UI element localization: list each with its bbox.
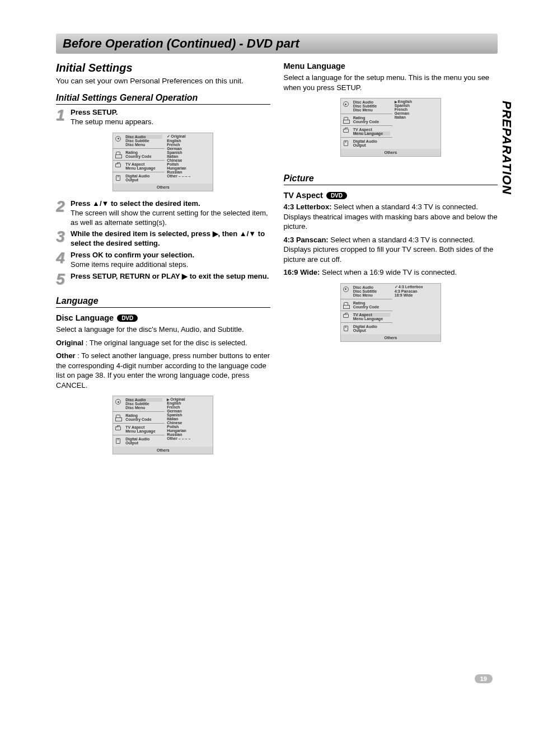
title-bar-text: Before Operation (Continued) - DVD part [63, 36, 491, 51]
step-2-title: Press ▲/▼ to select the desired item. [71, 199, 200, 208]
content-columns: Initial Settings You can set your own Pe… [56, 62, 498, 462]
menu-item-label: Country Code [125, 417, 162, 421]
menu-value: Italian [395, 115, 438, 119]
disc-language-text: Select a language for the disc's Menu, A… [56, 325, 270, 335]
disc-language-title: Disc Language [56, 313, 114, 322]
menu-item-label: Rating [125, 414, 162, 417]
left-column: Initial Settings You can set your own Pe… [56, 62, 270, 462]
other-desc: : To select another language, press numb… [56, 351, 270, 389]
tv-icon [343, 314, 349, 318]
menu-item-label: Menu Language [353, 317, 390, 321]
menu-language-title: Menu Language [284, 62, 345, 71]
menu-item-label: Disc Subtitle [125, 139, 162, 143]
step-number: 1 [56, 108, 67, 122]
menu-language-topic: Menu Language [284, 62, 498, 71]
menu-item-label: Disc Subtitle [125, 402, 162, 406]
menu-item-label: Digital Audio Output [353, 325, 390, 332]
aud-icon [344, 140, 348, 146]
menu-value: Original [167, 397, 210, 401]
menu-item-label: Digital Audio Output [125, 174, 162, 182]
menu-item-label: Rating [353, 301, 390, 305]
lock-icon [116, 152, 120, 154]
menu-value: Other – – – – [167, 174, 210, 178]
original-label: Original [56, 339, 83, 347]
menu-item-label: Disc Audio [353, 285, 390, 289]
menu-item-label: Rating [125, 151, 162, 154]
menu-others: Others [341, 334, 441, 341]
menu-value: English [167, 139, 210, 143]
tv-aspect-panscan-label: 4:3 Panscan: [284, 236, 329, 244]
disc-language-original: Original : The original language set for… [56, 338, 270, 348]
menu-language-text: Select a language for the setup menu. Th… [284, 73, 498, 92]
menu-value: Polish [167, 162, 210, 166]
step-4: 4 Press OK to confirm your selection. So… [56, 251, 270, 270]
other-label: Other [56, 351, 76, 360]
tv-aspect-wide-label: 16:9 Wide: [284, 268, 320, 276]
menu-value: Hungarian [167, 166, 210, 170]
tv-aspect-title: TV Aspect [284, 191, 323, 200]
initial-settings-intro: You can set your own Personal Preference… [56, 77, 270, 85]
menu-box-tv-aspect: Disc AudioDisc SubtitleDisc MenuRatingCo… [340, 283, 441, 342]
original-desc: : The original language set for the disc… [83, 339, 247, 347]
language-heading: Language [56, 296, 270, 308]
menu-value: Italian [167, 154, 210, 158]
menu-item-label: Disc Audio [125, 135, 162, 139]
menu-value: English [167, 401, 210, 405]
step-2-desc: The screen will show the current setting… [71, 209, 268, 227]
disc-language-topic: Disc Language DVD [56, 313, 270, 322]
menu-box-setup: Disc AudioDisc SubtitleDisc MenuRatingCo… [113, 133, 213, 191]
menu-item-label: Disc Audio [125, 398, 162, 402]
step-3: 3 While the desired item is selected, pr… [56, 229, 270, 248]
menu-item-label: Country Code [353, 305, 390, 309]
menu-item-label: Rating [353, 116, 390, 120]
general-operation-heading: Initial Settings General Operation [56, 93, 270, 105]
menu-box-disc-language: Disc AudioDisc SubtitleDisc MenuRatingCo… [113, 396, 213, 454]
menu-others: Others [113, 184, 213, 191]
menu-item-label: Disc Audio [353, 100, 390, 104]
dvd-badge: DVD [117, 314, 138, 322]
step-number: 3 [56, 229, 67, 243]
menu-value: Spanish [167, 151, 210, 154]
step-4-desc: Some items require additional steps. [71, 260, 188, 269]
step-4-title: Press OK to confirm your selection. [71, 251, 194, 259]
menu-item-label: Disc Subtitle [353, 289, 390, 293]
picture-heading: Picture [284, 173, 498, 185]
menu-item-label: Menu Language [125, 166, 162, 170]
dvd-badge: DVD [326, 192, 347, 199]
step-1-desc: The setup menu appears. [71, 118, 153, 126]
menu-item-label: TV Aspect [353, 128, 390, 132]
menu-item-label: Digital Audio Output [125, 437, 162, 445]
title-bar: Before Operation (Continued) - DVD part [56, 34, 498, 54]
menu-item-label: Menu Language [125, 429, 162, 433]
menu-value: Russian [167, 433, 210, 436]
menu-item-label: TV Aspect [125, 162, 162, 166]
menu-value: 4:3 Panscan [395, 289, 438, 293]
menu-value: Chinese [167, 421, 210, 425]
aud-icon [116, 175, 120, 181]
tv-aspect-panscan: 4:3 Panscan: Select when a standard 4:3 … [284, 235, 498, 265]
menu-value: Original [167, 134, 210, 139]
step-number: 2 [56, 199, 67, 213]
menu-value: Polish [167, 425, 210, 429]
side-tab-preparation: PREPARATION [499, 101, 514, 195]
tv-aspect-letterbox: 4:3 Letterbox: Select when a standard 4:… [284, 202, 498, 232]
menu-item-label: Country Code [353, 120, 390, 124]
initial-settings-heading: Initial Settings [56, 62, 270, 74]
menu-value: Russian [167, 170, 210, 174]
tv-aspect-topic: TV Aspect DVD [284, 191, 498, 200]
disc-language-other: Other : To select another language, pres… [56, 351, 270, 390]
page-number: 19 [475, 674, 493, 683]
tv-icon [115, 426, 121, 430]
menu-others: Others [341, 149, 441, 156]
step-number: 4 [56, 251, 67, 265]
step-3-title: While the desired item is selected, pres… [71, 229, 265, 247]
menu-value: German [167, 409, 210, 413]
menu-item-label: Country Code [125, 154, 162, 158]
step-5-title: Press SETUP, RETURN or PLAY ▶ to exit th… [71, 272, 269, 280]
tv-aspect-wide: 16:9 Wide: Select when a 16:9 wide TV is… [284, 267, 498, 278]
menu-item-label: Disc Menu [353, 293, 390, 297]
menu-value: German [167, 147, 210, 151]
right-column: Menu Language Select a language for the … [284, 62, 498, 462]
menu-value: 16:9 Wide [395, 293, 438, 297]
menu-value: French [167, 143, 210, 147]
